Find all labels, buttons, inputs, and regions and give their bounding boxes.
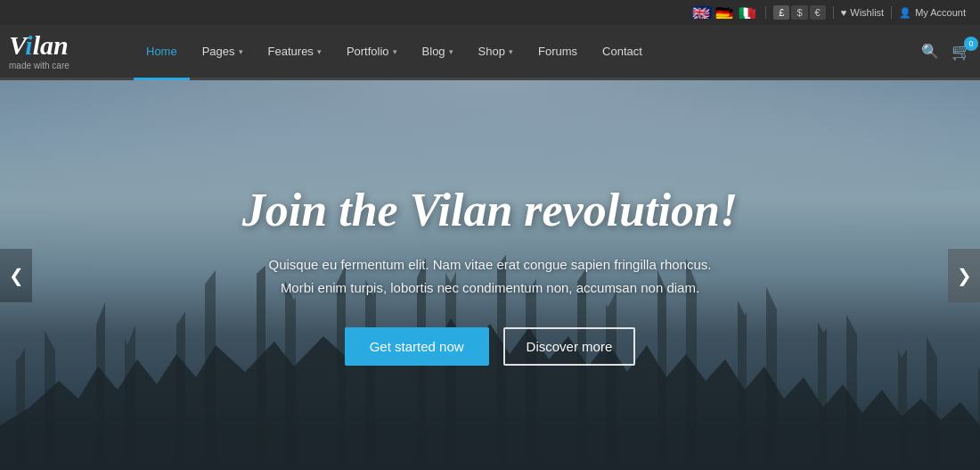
wishlist-label: Wishlist bbox=[850, 7, 884, 18]
nav-items: Home Pages ▾ Features ▾ Portfolio ▾ Blog… bbox=[134, 24, 921, 79]
currency-group: £ $ € bbox=[773, 5, 825, 20]
hero-subtitle-line2: Morbi enim turpis, lobortis nec condimen… bbox=[281, 280, 699, 295]
account-link[interactable]: 👤 My Account bbox=[899, 7, 966, 19]
divider-3 bbox=[891, 6, 892, 19]
divider-1 bbox=[765, 6, 766, 19]
currency-gbp[interactable]: £ bbox=[773, 5, 789, 20]
hero-prev-button[interactable]: ❮ bbox=[0, 249, 32, 302]
nav-features-label: Features bbox=[268, 45, 314, 58]
account-label: My Account bbox=[915, 7, 966, 18]
heart-icon: ♥ bbox=[841, 7, 847, 18]
chevron-right-icon: ❯ bbox=[957, 265, 972, 286]
hero-content: Join the Vilan revolution! Quisque eu fe… bbox=[225, 167, 755, 383]
cart-badge: 0 bbox=[964, 37, 978, 51]
flag-de[interactable]: 🇩🇪 bbox=[715, 6, 735, 19]
currency-usd[interactable]: $ bbox=[791, 5, 807, 20]
nav-forums-label: Forums bbox=[538, 45, 577, 58]
nav-item-portfolio[interactable]: Portfolio ▾ bbox=[334, 24, 410, 79]
chevron-down-icon-2: ▾ bbox=[317, 47, 322, 56]
flag-it[interactable]: 🇮🇹 bbox=[739, 6, 758, 19]
cart-button[interactable]: 🛒 0 bbox=[951, 42, 971, 62]
nav-item-home[interactable]: Home bbox=[134, 25, 190, 80]
nav-item-forums[interactable]: Forums bbox=[526, 24, 590, 79]
logo[interactable]: Vilan made with care bbox=[9, 32, 116, 70]
nav-item-blog[interactable]: Blog ▾ bbox=[410, 24, 466, 79]
chevron-down-icon-5: ▾ bbox=[509, 47, 513, 56]
nav-shop-label: Shop bbox=[478, 45, 505, 58]
chevron-down-icon-3: ▾ bbox=[393, 47, 397, 56]
hero-subtitle: Quisque eu fermentum elit. Nam vitae era… bbox=[242, 253, 738, 299]
nav-item-pages[interactable]: Pages ▾ bbox=[190, 24, 256, 79]
nav-item-contact[interactable]: Contact bbox=[590, 24, 655, 79]
nav-contact-label: Contact bbox=[602, 45, 642, 58]
discover-more-button[interactable]: Discover more bbox=[503, 327, 636, 366]
hero-section: ❮ Join the Vilan revolution! Quisque eu … bbox=[0, 80, 980, 470]
hero-subtitle-line1: Quisque eu fermentum elit. Nam vitae era… bbox=[269, 257, 712, 272]
hero-next-button[interactable]: ❯ bbox=[948, 249, 980, 302]
get-started-button[interactable]: Get started now bbox=[345, 327, 489, 366]
nav-blog-label: Blog bbox=[422, 45, 445, 58]
chevron-down-icon-4: ▾ bbox=[449, 47, 453, 56]
nav-home-label: Home bbox=[146, 45, 177, 58]
utility-bar: 🇬🇧 🇩🇪 🇮🇹 £ $ € ♥ Wishlist 👤 My Account bbox=[0, 0, 980, 25]
main-nav: Vilan made with care Home Pages ▾ Featur… bbox=[0, 25, 980, 80]
language-flags: 🇬🇧 🇩🇪 🇮🇹 bbox=[692, 6, 758, 19]
wishlist-link[interactable]: ♥ Wishlist bbox=[841, 7, 884, 18]
flag-uk[interactable]: 🇬🇧 bbox=[692, 6, 712, 19]
nav-right: 🔍 🛒 0 bbox=[921, 42, 971, 62]
chevron-left-icon: ❮ bbox=[9, 265, 24, 286]
nav-portfolio-label: Portfolio bbox=[347, 45, 389, 58]
chevron-down-icon: ▾ bbox=[239, 47, 243, 56]
hero-buttons: Get started now Discover more bbox=[242, 327, 738, 366]
logo-text: Vilan bbox=[9, 32, 116, 59]
hero-title: Join the Vilan revolution! bbox=[242, 185, 738, 235]
search-button[interactable]: 🔍 bbox=[921, 43, 939, 60]
nav-item-shop[interactable]: Shop ▾ bbox=[466, 24, 526, 79]
nav-item-features[interactable]: Features ▾ bbox=[256, 24, 334, 79]
divider-2 bbox=[833, 6, 834, 19]
currency-eur[interactable]: € bbox=[810, 5, 826, 20]
nav-pages-label: Pages bbox=[202, 45, 235, 58]
person-icon: 👤 bbox=[899, 7, 911, 19]
logo-tagline: made with care bbox=[9, 61, 116, 70]
